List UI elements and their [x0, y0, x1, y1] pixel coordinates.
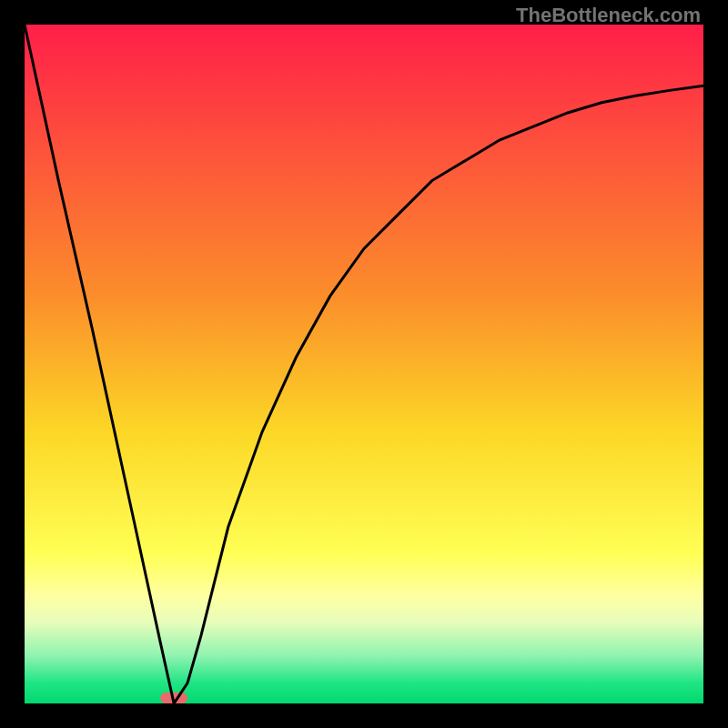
bottleneck-chart: [25, 25, 703, 703]
gradient-background: [25, 25, 703, 703]
chart-frame: TheBottleneck.com: [0, 0, 728, 728]
